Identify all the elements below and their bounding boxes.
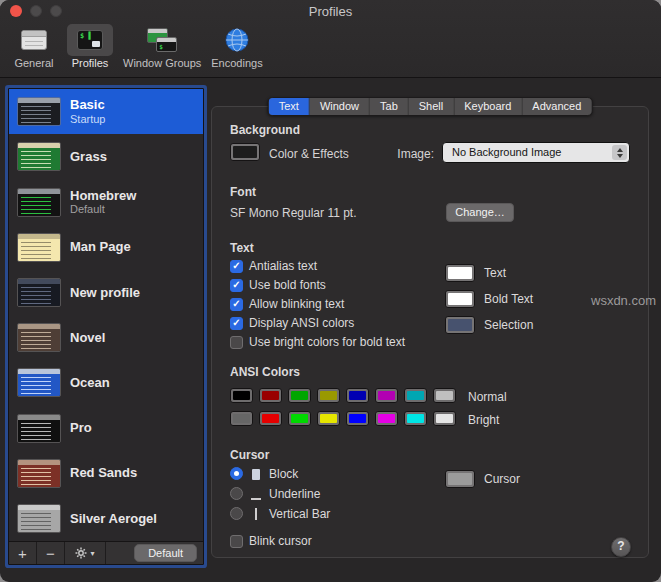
checkbox-box[interactable] [230, 317, 243, 330]
tab-tab[interactable]: Tab [370, 98, 409, 115]
minimize-button[interactable] [30, 5, 42, 17]
profile-actions-menu[interactable]: ▾ [65, 547, 105, 559]
checkbox-label: Use bold fonts [249, 278, 326, 292]
ansi-color-swatch[interactable] [404, 388, 427, 403]
ansi-color-swatch[interactable] [404, 411, 427, 426]
toolbar-item-general[interactable]: General [6, 24, 62, 69]
profile-thumbnail [17, 188, 61, 217]
profile-row-ocean[interactable]: Ocean [9, 360, 203, 405]
checkbox-box[interactable] [230, 336, 243, 349]
radio-button[interactable] [230, 467, 243, 480]
ansi-color-swatch[interactable] [433, 388, 456, 403]
blink-cursor-checkbox[interactable]: Blink cursor [230, 534, 312, 548]
profile-text: Ocean [70, 375, 110, 391]
cursor-option-underline[interactable]: Underline [230, 487, 330, 500]
tab-text[interactable]: Text [269, 98, 310, 115]
ansi-color-swatch[interactable] [346, 388, 369, 403]
radio-button[interactable] [230, 507, 243, 520]
tab-shell[interactable]: Shell [409, 98, 454, 115]
toolbar-item-label: General [14, 57, 53, 69]
help-button[interactable]: ? [611, 537, 631, 557]
ansi-normal-row [230, 388, 456, 403]
profile-row-new-profile[interactable]: New profile [9, 270, 203, 315]
checkbox-box[interactable] [230, 260, 243, 273]
profile-text: Pro [70, 420, 92, 436]
checkbox-label: Antialias text [249, 259, 317, 273]
background-color-well[interactable] [230, 143, 260, 161]
cursor-color-well[interactable] [445, 470, 475, 488]
toolbar-item-label: Window Groups [123, 57, 201, 69]
background-image-dropdown[interactable]: No Background Image [442, 142, 630, 163]
profile-row-red-sands[interactable]: Red Sands [9, 451, 203, 496]
checkbox-display-ansi-colors[interactable]: Display ANSI colors [230, 316, 405, 330]
selection-color-well[interactable] [445, 316, 475, 334]
cursor-block-icon [250, 468, 262, 480]
profile-row-homebrew[interactable]: HomebrewDefault [9, 179, 203, 224]
default-button[interactable]: Default [134, 544, 197, 562]
color-effects-label: Color & Effects [269, 147, 349, 161]
profile-row-grass[interactable]: Grass [9, 134, 203, 179]
zoom-button[interactable] [50, 5, 62, 17]
toolbar-item-label: Encodings [211, 57, 262, 69]
profile-name: Silver Aerogel [70, 511, 157, 527]
checkbox-box[interactable] [230, 535, 243, 548]
window-groups-icon: $ [139, 24, 185, 56]
radio-button[interactable] [230, 487, 243, 500]
cursor-vbar-icon [250, 508, 262, 520]
profiles-terminal-icon: $ ▌ [67, 24, 113, 56]
toolbar-item-profiles[interactable]: $ ▌ Profiles [62, 24, 118, 69]
text-color-well[interactable] [445, 264, 475, 282]
toolbar: General $ ▌ Profiles $ Window Groups [0, 22, 661, 69]
ansi-color-swatch[interactable] [317, 388, 340, 403]
titlebar[interactable]: Profiles [0, 0, 661, 22]
close-button[interactable] [10, 5, 22, 17]
ansi-color-swatch[interactable] [259, 411, 282, 426]
toolbar-item-window-groups[interactable]: $ Window Groups [118, 24, 206, 69]
font-heading: Font [230, 185, 256, 199]
ansi-color-swatch[interactable] [375, 388, 398, 403]
toolbar-item-encodings[interactable]: Encodings [206, 24, 267, 69]
window-title: Profiles [0, 0, 661, 23]
profile-row-pro[interactable]: Pro [9, 405, 203, 450]
checkbox-box[interactable] [230, 279, 243, 292]
checkbox-allow-blinking-text[interactable]: Allow blinking text [230, 297, 405, 311]
cursor-color-well-inner [448, 473, 472, 485]
tab-window[interactable]: Window [310, 98, 370, 115]
ansi-color-swatch[interactable] [259, 388, 282, 403]
tab-advanced[interactable]: Advanced [522, 98, 591, 115]
sidebar-footer: + − ▾ Default [9, 541, 203, 564]
tab-keyboard[interactable]: Keyboard [454, 98, 522, 115]
encodings-globe-icon [214, 24, 260, 56]
remove-profile-button[interactable]: − [37, 543, 64, 564]
profile-row-basic[interactable]: BasicStartup [9, 89, 203, 134]
profile-row-silver-aerogel[interactable]: Silver Aerogel [9, 496, 203, 541]
profile-row-man-page[interactable]: Man Page [9, 225, 203, 270]
ansi-color-swatch[interactable] [346, 411, 369, 426]
checkbox-label: Use bright colors for bold text [249, 335, 405, 349]
checkbox-antialias-text[interactable]: Antialias text [230, 259, 405, 273]
profile-list: BasicStartupGrassHomebrewDefaultMan Page… [9, 89, 203, 541]
checkbox-use-bold-fonts[interactable]: Use bold fonts [230, 278, 405, 292]
profile-name: Novel [70, 330, 105, 346]
profile-text: Silver Aerogel [70, 511, 157, 527]
profile-row-novel[interactable]: Novel [9, 315, 203, 360]
checkbox-use-bright-colors-for-bold-text[interactable]: Use bright colors for bold text [230, 335, 405, 349]
cursor-option-block[interactable]: Block [230, 467, 330, 480]
ansi-color-swatch[interactable] [288, 388, 311, 403]
ansi-color-swatch[interactable] [375, 411, 398, 426]
add-profile-button[interactable]: + [9, 543, 36, 564]
gear-icon [75, 547, 87, 559]
change-font-button[interactable]: Change… [446, 203, 514, 222]
ansi-color-swatch[interactable] [288, 411, 311, 426]
bold-text-color-well[interactable] [445, 290, 475, 308]
profile-text: Novel [70, 330, 105, 346]
ansi-color-swatch[interactable] [317, 411, 340, 426]
ansi-color-swatch[interactable] [433, 411, 456, 426]
ansi-colors-heading: ANSI Colors [230, 365, 300, 379]
ansi-color-swatch[interactable] [230, 388, 253, 403]
cursor-option-vertical-bar[interactable]: Vertical Bar [230, 507, 330, 520]
text-heading: Text [230, 241, 254, 255]
profile-text: BasicStartup [70, 97, 105, 126]
ansi-color-swatch[interactable] [230, 411, 253, 426]
checkbox-box[interactable] [230, 298, 243, 311]
